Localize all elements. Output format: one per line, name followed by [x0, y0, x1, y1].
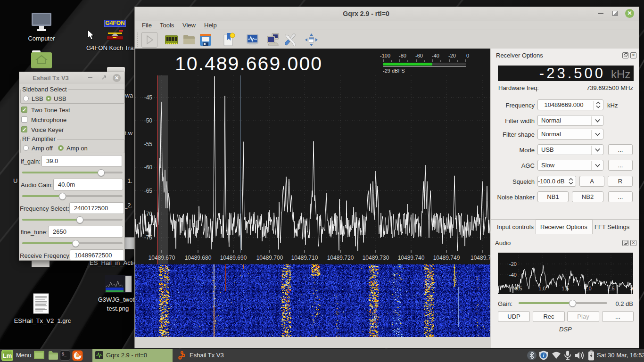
svg-text:Lm: Lm	[3, 352, 12, 359]
svg-text:10489.720: 10489.720	[327, 255, 354, 261]
svg-text:-55: -55	[144, 141, 153, 148]
svg-text:10489.680: 10489.680	[185, 255, 212, 261]
svg-text:-75: -75	[144, 234, 153, 241]
svg-text:i: i	[543, 353, 545, 358]
svg-text:-50: -50	[144, 117, 153, 124]
svg-text:10489.710: 10489.710	[291, 255, 318, 261]
svg-text:-65: -65	[144, 188, 153, 194]
svg-text:-40: -40	[509, 272, 517, 278]
svg-text:10489.76: 10489.76	[471, 255, 490, 261]
svg-text:-45: -45	[144, 94, 153, 101]
svg-text:10489.740: 10489.740	[398, 255, 425, 261]
svg-text:10489.730: 10489.730	[363, 255, 389, 261]
svg-text:10489.700: 10489.700	[256, 255, 283, 261]
svg-text:-20: -20	[509, 261, 517, 267]
svg-text:10489.749: 10489.749	[433, 255, 460, 261]
svg-text:10489.690: 10489.690	[220, 255, 247, 261]
svg-text:-60: -60	[144, 164, 153, 171]
svg-text:1.0: 1.0	[538, 286, 545, 291]
